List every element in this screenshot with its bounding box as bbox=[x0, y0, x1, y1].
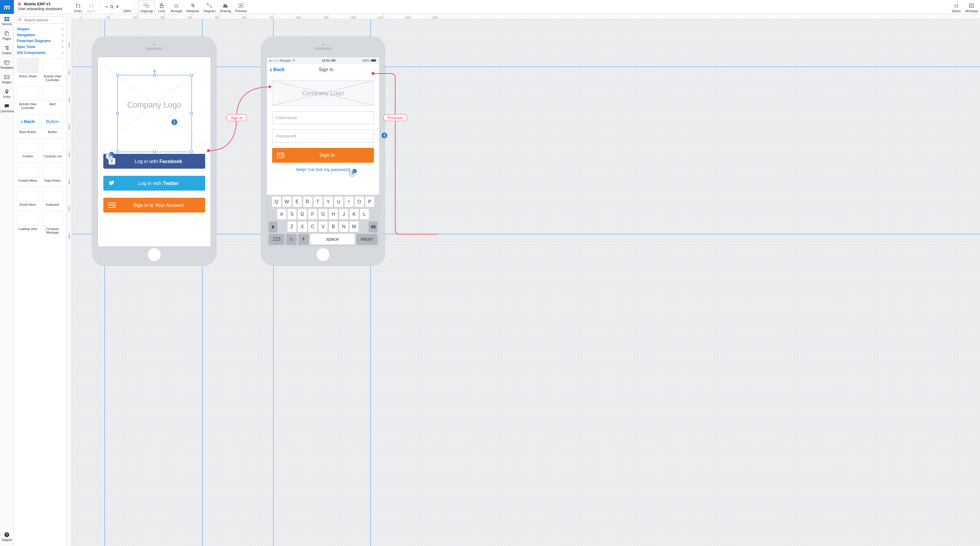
key-e[interactable]: E bbox=[293, 196, 302, 207]
svg-line-2 bbox=[113, 7, 114, 9]
connector-label-signin[interactable]: Sign in bbox=[226, 115, 247, 121]
key-b[interactable]: B bbox=[329, 222, 338, 232]
key-s[interactable]: S bbox=[288, 209, 296, 220]
rail-outline[interactable]: Outline bbox=[0, 43, 14, 57]
rail-pages[interactable]: Pages bbox=[0, 29, 14, 43]
key-c[interactable]: C bbox=[308, 222, 317, 232]
stencil-compose-message[interactable]: Compose Message bbox=[41, 209, 65, 236]
project-title-block[interactable]: Mobile ERP V1 User onboarding storyboard bbox=[14, 0, 65, 14]
canvas[interactable]: Company Logo f Log in with Facebook Log … bbox=[72, 19, 980, 546]
sharing-button[interactable]: Sharing bbox=[218, 0, 233, 14]
key-o[interactable]: O bbox=[355, 196, 364, 207]
key-k[interactable]: K bbox=[350, 209, 358, 220]
stencil-alert[interactable]: Alert bbox=[41, 85, 65, 111]
key-space[interactable]: space bbox=[310, 234, 355, 244]
redo-button[interactable]: Redo bbox=[85, 0, 98, 14]
workspace-button[interactable]: Workspa bbox=[963, 0, 980, 14]
stencil-button[interactable]: ButtonButton bbox=[41, 113, 65, 135]
stencil-back-button[interactable]: BackBack Button bbox=[16, 113, 40, 135]
connector-start-dot[interactable] bbox=[207, 149, 210, 152]
stencil-action-sheet[interactable]: Action Sheet bbox=[16, 57, 40, 83]
key-w[interactable]: W bbox=[282, 196, 291, 207]
stencil-loading-view[interactable]: Loading View bbox=[16, 209, 40, 236]
hotspots-button[interactable]: Hotspots bbox=[184, 0, 201, 14]
category-flowchart[interactable]: Flowchart Diagrams› bbox=[14, 38, 66, 44]
key-shift[interactable] bbox=[269, 222, 277, 232]
stencil-confirm[interactable]: Confirm bbox=[16, 137, 40, 160]
key-f[interactable]: F bbox=[308, 209, 317, 220]
stencil-activity-view-1[interactable]: Activity View Controller bbox=[41, 57, 65, 83]
connector-products[interactable] bbox=[372, 73, 440, 239]
key-i[interactable]: I bbox=[345, 196, 353, 207]
key-t[interactable]: T bbox=[313, 196, 323, 207]
stencil-contacts-list[interactable]: Contacts List bbox=[41, 137, 65, 160]
connector-start-dot[interactable] bbox=[372, 72, 374, 75]
company-logo-placeholder[interactable]: Company Logo bbox=[272, 80, 374, 106]
arrange-button[interactable]: Arrange bbox=[169, 0, 184, 14]
key-y[interactable]: Y bbox=[324, 196, 333, 207]
comment-marker-2[interactable]: 2✓ bbox=[106, 153, 113, 160]
key-h[interactable]: H bbox=[329, 209, 338, 220]
key-u[interactable]: U bbox=[334, 196, 343, 207]
undo-button[interactable]: Undo bbox=[71, 0, 85, 14]
stencil-date-picker[interactable]: Date Picker bbox=[41, 161, 65, 184]
connector-label-products[interactable]: Products bbox=[383, 115, 407, 121]
category-ios-components[interactable]: iOS Components› bbox=[14, 50, 66, 56]
selection-box[interactable] bbox=[117, 75, 192, 152]
category-spec-tools[interactable]: Spec Tools› bbox=[14, 44, 66, 50]
lock-button[interactable]: Lock bbox=[155, 0, 169, 14]
rail-icons[interactable]: Icons bbox=[0, 86, 14, 101]
category-navigation[interactable]: Navigation› bbox=[14, 32, 66, 38]
login-facebook-button[interactable]: f Log in with Facebook bbox=[103, 154, 205, 169]
key-mic[interactable] bbox=[298, 234, 309, 244]
key-n[interactable]: N bbox=[339, 222, 348, 232]
stencil-activity-view-2[interactable]: Activity View Controller bbox=[16, 85, 40, 111]
stencil-list[interactable]: Action Sheet Activity View Controller Ac… bbox=[14, 56, 66, 546]
zoom-label[interactable]: 100% bbox=[121, 0, 133, 14]
key-j[interactable]: J bbox=[339, 209, 348, 220]
rail-support[interactable]: ? Support bbox=[0, 530, 14, 544]
password-input[interactable]: Password bbox=[272, 129, 374, 142]
key-m[interactable]: M bbox=[350, 222, 358, 232]
category-shapes[interactable]: Shapes› bbox=[14, 26, 66, 32]
login-twitter-button[interactable]: Log in with Twitter bbox=[103, 176, 205, 191]
key-d[interactable]: D bbox=[298, 209, 307, 220]
rail-comments[interactable]: Comments bbox=[0, 101, 14, 116]
signin-your-account-button[interactable]: Sign in to Your Account bbox=[103, 198, 205, 212]
stencil-context-menu[interactable]: Context Menu bbox=[16, 161, 40, 184]
app-logo[interactable]: m bbox=[0, 0, 14, 14]
help-icon: ? bbox=[4, 532, 10, 537]
comment-marker-3[interactable]: 3✓ bbox=[349, 170, 356, 177]
lost-password-link[interactable]: Help! I've lost my password bbox=[267, 167, 379, 172]
stencil-keyboard[interactable]: Keyboard bbox=[41, 185, 65, 208]
key-z[interactable]: Z bbox=[288, 222, 296, 232]
chevron-right-icon: › bbox=[62, 27, 64, 31]
key-l[interactable]: L bbox=[360, 209, 369, 220]
search-stencils-input[interactable] bbox=[16, 16, 64, 24]
key-123[interactable]: 123 bbox=[269, 234, 285, 244]
zoom-in-button[interactable]: + bbox=[116, 4, 119, 10]
key-r[interactable]: R bbox=[303, 196, 312, 207]
styles-button[interactable]: Styles bbox=[950, 0, 963, 14]
username-input[interactable]: Username bbox=[272, 111, 374, 124]
rail-templates[interactable]: Templates bbox=[0, 57, 14, 72]
ruler-horizontal[interactable]: 0100200300400500600700800900100011001200… bbox=[72, 14, 980, 19]
zoom-out-button[interactable]: − bbox=[105, 4, 108, 10]
rail-images[interactable]: Images bbox=[0, 72, 14, 86]
rail-stencils[interactable]: Stencils bbox=[0, 14, 14, 29]
phone-mockup-2[interactable]: ●○○○○ Moqups 12:51 AM 100% Back Sign in bbox=[261, 37, 385, 266]
key-v[interactable]: V bbox=[318, 222, 328, 232]
key-emoji[interactable]: ☺ bbox=[286, 234, 297, 244]
key-g[interactable]: G bbox=[318, 209, 328, 220]
key-q[interactable]: Q bbox=[272, 196, 281, 207]
diagram-button[interactable]: Diagram bbox=[201, 0, 218, 14]
preview-button[interactable]: Preview bbox=[233, 0, 249, 14]
comment-marker-1[interactable]: 1 bbox=[171, 118, 178, 126]
ungroup-button[interactable]: Ungroup bbox=[138, 0, 155, 14]
key-x[interactable]: X bbox=[298, 222, 307, 232]
ruler-vertical[interactable]: 100200300400500600700800 bbox=[67, 19, 72, 546]
signin-submit-button[interactable]: Sign in bbox=[272, 148, 374, 163]
stencil-email-inbox[interactable]: Email Inbox bbox=[16, 185, 40, 208]
key-a[interactable]: A bbox=[277, 209, 286, 220]
zoom-fit-button[interactable] bbox=[110, 5, 114, 9]
